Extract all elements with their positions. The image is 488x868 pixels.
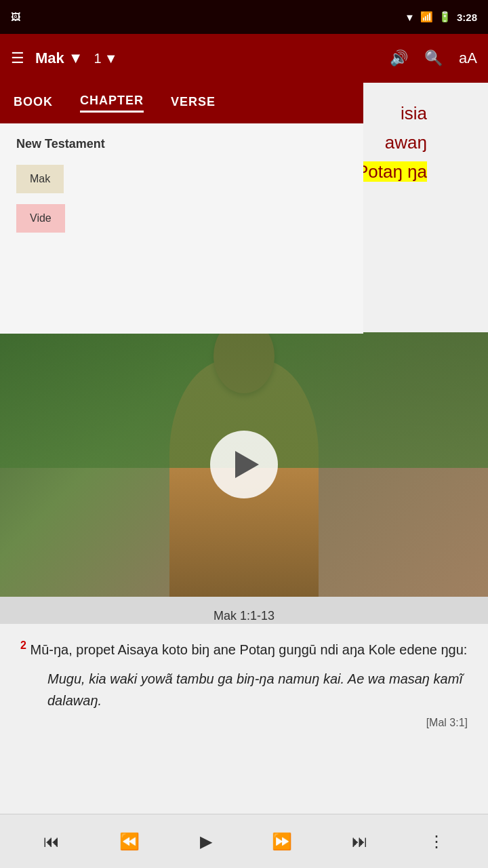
book-dropdown-icon: ▼ bbox=[68, 50, 83, 67]
bible-text-section: 2 Mū-ŋa, propet Aisaya koto biŋ ane Pota… bbox=[0, 624, 488, 743]
status-bar: 🖼 ▼ 📶 🔋 3:28 bbox=[0, 0, 488, 34]
status-left: 🖼 bbox=[11, 12, 20, 22]
time-display: 3:28 bbox=[457, 12, 477, 23]
more-options-button[interactable]: ⋮ bbox=[428, 832, 445, 851]
top-bar: ☰ Mak ▼ 1 ▼ 🔊 🔍 aA bbox=[0, 34, 488, 83]
rewind-button[interactable]: ⏪ bbox=[119, 832, 140, 851]
skip-forward-button[interactable]: ⏭ bbox=[352, 832, 368, 851]
font-button[interactable]: aA bbox=[459, 50, 477, 67]
tab-book[interactable]: BOOK bbox=[14, 95, 53, 112]
tab-verse[interactable]: VERSE bbox=[171, 95, 216, 112]
book-selector[interactable]: Mak ▼ bbox=[35, 50, 83, 67]
menu-button[interactable]: ☰ bbox=[11, 50, 24, 67]
book-mak-button[interactable]: Mak bbox=[16, 165, 64, 193]
photo-icon: 🖼 bbox=[11, 12, 20, 22]
footnote-text: [Mal 3:1] bbox=[20, 717, 468, 729]
dropdown-content: New Testament Mak Vide bbox=[0, 123, 363, 334]
volume-button[interactable]: 🔊 bbox=[390, 50, 408, 67]
status-right: ▼ 📶 🔋 3:28 bbox=[405, 11, 477, 23]
book-label: Mak bbox=[35, 50, 64, 67]
signal-icon: 📶 bbox=[420, 11, 433, 23]
bottom-bar: ⏮ ⏪ ▶ ⏩ ⏭ ⋮ bbox=[0, 814, 488, 868]
wifi-icon: ▼ bbox=[405, 12, 415, 23]
book-vide-button[interactable]: Vide bbox=[16, 204, 65, 233]
verse-number: 2 bbox=[20, 639, 26, 651]
verse-text: 2 Mū-ŋa, propet Aisaya koto biŋ ane Pota… bbox=[20, 637, 468, 660]
verse-italic-text: Mugu, kia waki yowã tambu ga biŋ-ŋa namu… bbox=[47, 668, 468, 711]
tab-row: BOOK CHAPTER VERSE bbox=[0, 83, 363, 123]
chapter-label: 1 bbox=[94, 51, 102, 66]
fast-forward-button[interactable]: ⏩ bbox=[272, 832, 292, 851]
video-thumbnail bbox=[0, 332, 488, 597]
video-section: Mak 1:1-13 bbox=[0, 332, 488, 635]
battery-icon: 🔋 bbox=[439, 11, 451, 23]
section-label: New Testament bbox=[16, 137, 347, 151]
chapter-dropdown-icon: ▼ bbox=[104, 51, 118, 66]
highlighted-text: Potaŋ ŋa bbox=[357, 161, 427, 182]
tab-dropdown: BOOK CHAPTER VERSE New Testament Mak Vid… bbox=[0, 83, 363, 334]
tab-chapter[interactable]: CHAPTER bbox=[80, 94, 144, 113]
skip-back-button[interactable]: ⏮ bbox=[43, 832, 60, 851]
top-bar-right: 🔊 🔍 aA bbox=[390, 50, 477, 67]
verse-main-text: Mū-ŋa, propet Aisaya koto biŋ ane Potaŋ … bbox=[30, 642, 467, 657]
play-pause-button[interactable]: ▶ bbox=[200, 832, 212, 851]
play-triangle-icon bbox=[235, 451, 259, 478]
top-bar-left: ☰ Mak ▼ 1 ▼ bbox=[11, 50, 379, 67]
play-button[interactable] bbox=[210, 431, 278, 498]
chapter-selector[interactable]: 1 ▼ bbox=[94, 51, 118, 66]
search-button[interactable]: 🔍 bbox=[424, 50, 443, 67]
